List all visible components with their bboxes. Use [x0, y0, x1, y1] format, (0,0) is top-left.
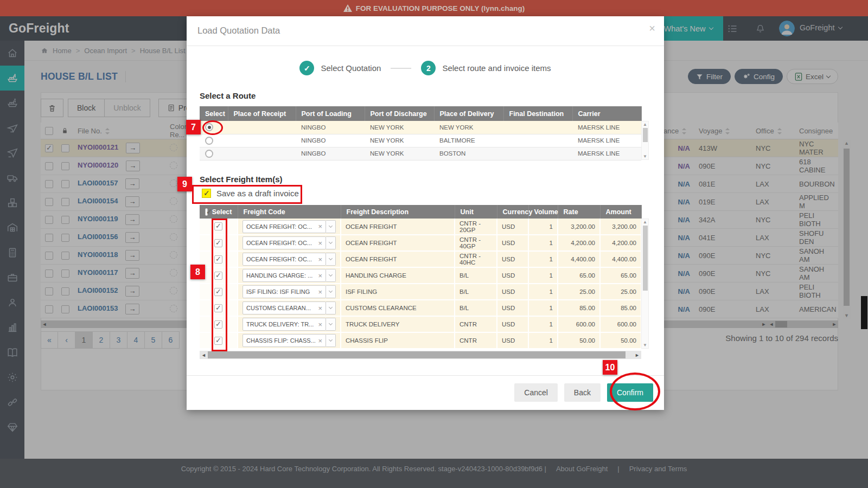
clear-icon[interactable]: ×	[318, 222, 322, 230]
freight-code-dropdown[interactable]	[326, 334, 336, 347]
close-icon[interactable]: ×	[649, 23, 655, 34]
stepper: ✓ Select Quotation 2 Select route and in…	[187, 61, 664, 75]
freight-code-cell: OCEAN FREIGHT: OC... ×	[238, 219, 341, 235]
unit-cell: B/L	[455, 284, 497, 300]
chevron-down-icon	[329, 273, 333, 277]
freight-code-dropdown[interactable]	[326, 236, 336, 249]
freight-code-value: HANDLING CHARGE: ...	[246, 272, 316, 279]
chevron-down-icon	[329, 289, 333, 293]
route-row[interactable]: NINGBO NEW YORK BOSTON MAERSK LINE	[200, 147, 641, 160]
freight-code-input[interactable]: TRUCK DELIVERY: TR... ×	[242, 318, 326, 331]
select-all-freight-checkbox[interactable]	[205, 208, 208, 216]
route-row[interactable]: NINGBO NEW YORK NEW YORK MAERSK LINE	[200, 121, 641, 134]
route-column-header: Place of Delivery	[434, 106, 503, 121]
port-of-loading-cell: NINGBO	[296, 147, 365, 160]
back-button[interactable]: Back	[564, 383, 601, 402]
scroll-up-icon[interactable]: ▲	[642, 220, 648, 224]
amount-cell: 600.00	[600, 316, 641, 332]
freight-code-dropdown[interactable]	[326, 220, 336, 233]
freight-code-value: CHASSIS FLIP: CHASS...	[246, 337, 316, 344]
route-radio[interactable]	[205, 150, 213, 158]
freight-code-input[interactable]: OCEAN FREIGHT: OC... ×	[242, 236, 326, 249]
freight-code-input[interactable]: CUSTOMS CLEARAN... ×	[242, 301, 326, 314]
currency-cell: USD	[497, 235, 528, 251]
evaluation-banner: FOR EVALUATION PURPOSE ONLY (lynn.chang)	[0, 0, 868, 16]
rate-cell: 65.00	[558, 267, 600, 284]
final-destination-cell	[503, 147, 572, 160]
annotation-circle-route-radio	[202, 120, 223, 135]
freight-code-input[interactable]: CHASSIS FLIP: CHASS... ×	[242, 334, 326, 347]
clear-icon[interactable]: ×	[318, 239, 322, 247]
place-of-delivery-cell: BOSTON	[434, 147, 503, 160]
unit-cell: CNTR - 20GP	[455, 219, 497, 235]
freight-code-input[interactable]: OCEAN FREIGHT: OC... ×	[242, 253, 326, 266]
freight-code-cell: HANDLING CHARGE: ... ×	[238, 267, 341, 284]
route-column-header: Port of Discharge	[365, 106, 434, 121]
freight-code-dropdown[interactable]	[326, 253, 336, 266]
freight-code-dropdown[interactable]	[326, 285, 336, 298]
route-radio[interactable]	[205, 137, 213, 145]
clear-icon[interactable]: ×	[318, 320, 322, 329]
freight-code-dropdown[interactable]	[326, 318, 336, 331]
freight-column-header: Amount	[600, 205, 641, 219]
freight-code-input[interactable]: OCEAN FREIGHT: OC... ×	[242, 220, 326, 233]
rate-cell: 85.00	[558, 300, 600, 316]
scrollbar-thumb[interactable]	[208, 351, 626, 358]
freight-code-input[interactable]: ISF FILING: ISF FILING ×	[242, 285, 326, 298]
freight-row: HANDLING CHARGE: ... × HANDLING CHARGE B…	[200, 267, 641, 284]
unit-cell: B/L	[455, 267, 497, 284]
currency-cell: USD	[497, 267, 528, 284]
annotation-rect-save-draft	[192, 185, 302, 204]
route-column-header: Final Destination	[503, 106, 572, 121]
chevron-down-icon	[329, 223, 333, 227]
scroll-left-icon[interactable]: ◄	[200, 352, 208, 358]
freight-description-cell: ISF FILING	[341, 284, 455, 300]
step2-label: Select route and invoice items	[442, 63, 551, 73]
scroll-down-icon[interactable]: ▼	[642, 343, 648, 348]
scroll-right-icon[interactable]: ►	[633, 352, 641, 358]
rate-cell: 4,400.00	[558, 251, 600, 267]
final-destination-cell	[503, 134, 572, 147]
freight-code-input[interactable]: HANDLING CHARGE: ... ×	[242, 269, 326, 282]
freight-code-cell: TRUCK DELIVERY: TR... ×	[238, 316, 341, 332]
freight-column-header: Freight Code	[238, 205, 341, 219]
freight-row: CUSTOMS CLEARAN... × CUSTOMS CLEARANCE B…	[200, 300, 641, 316]
warning-icon	[343, 4, 352, 12]
cancel-button[interactable]: Cancel	[514, 383, 558, 402]
freight-header-row: Select Freight CodeFreight DescriptionUn…	[200, 205, 641, 219]
freight-code-cell: CHASSIS FLIP: CHASS... ×	[238, 332, 341, 349]
freight-description-cell: HANDLING CHARGE	[341, 267, 455, 284]
freight-code-value: CUSTOMS CLEARAN...	[246, 305, 316, 311]
freight-table-horizontal-scrollbar[interactable]: ◄ ►	[200, 351, 641, 359]
rate-cell: 25.00	[558, 284, 600, 300]
rate-cell: 50.00	[558, 332, 600, 349]
currency-cell: USD	[497, 300, 528, 316]
currency-cell: USD	[497, 284, 528, 300]
clear-icon[interactable]: ×	[318, 304, 322, 312]
clear-icon[interactable]: ×	[318, 288, 322, 296]
currency-cell: USD	[497, 332, 528, 349]
step1-label: Select Quotation	[321, 63, 381, 73]
currency-cell: USD	[497, 219, 528, 235]
amount-cell: 50.00	[600, 332, 641, 349]
freight-code-dropdown[interactable]	[326, 269, 336, 282]
freight-items-table: Select Freight CodeFreight DescriptionUn…	[200, 205, 642, 349]
freight-table-vertical-scrollbar[interactable]: ▲ ▼	[641, 219, 649, 349]
chevron-down-icon	[329, 322, 333, 325]
rate-cell: 600.00	[558, 316, 600, 332]
freight-select-all-header: Select	[200, 205, 238, 219]
route-table-scrollbar[interactable]: ▲ ▼	[641, 121, 649, 160]
freight-row: TRUCK DELIVERY: TR... × TRUCK DELIVERY C…	[200, 316, 641, 332]
rate-cell: 4,200.00	[558, 235, 600, 251]
route-row[interactable]: NINGBO NEW YORK BALTIMORE MAERSK LINE	[200, 134, 641, 147]
clear-icon[interactable]: ×	[318, 337, 322, 345]
freight-code-dropdown[interactable]	[326, 301, 336, 314]
scroll-down-icon[interactable]: ▼	[642, 154, 648, 159]
port-of-discharge-cell: NEW YORK	[365, 134, 434, 147]
volume-cell: 1	[528, 267, 558, 284]
freight-description-cell: OCEAN FREIGHT	[341, 251, 455, 267]
scroll-up-icon[interactable]: ▲	[642, 122, 648, 127]
clear-icon[interactable]: ×	[318, 272, 322, 280]
route-column-header: Select	[200, 106, 228, 121]
clear-icon[interactable]: ×	[318, 255, 322, 264]
